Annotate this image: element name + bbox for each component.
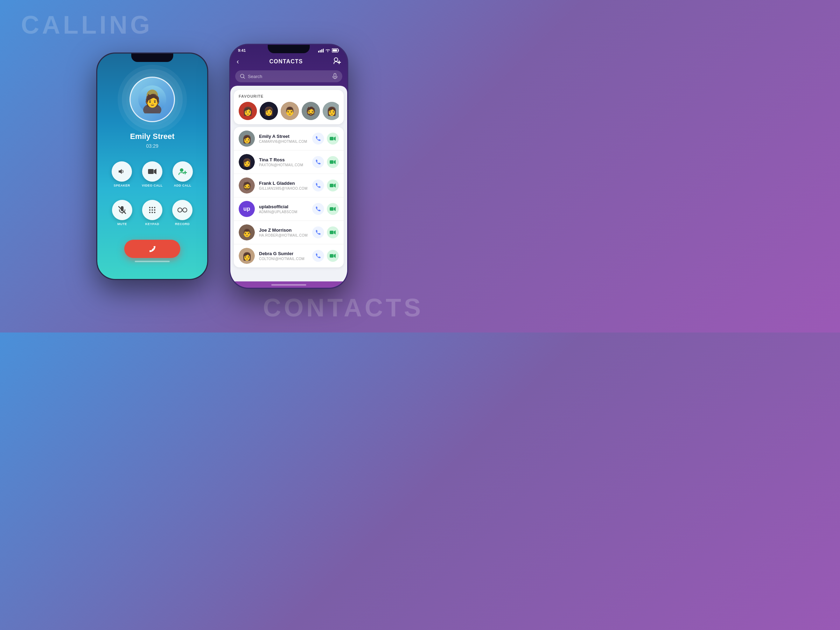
svg-point-21 [154, 207, 155, 208]
contact-avatar-joe: 👨 [239, 224, 255, 240]
svg-text:🧔: 🧔 [306, 106, 316, 116]
notch-contacts [268, 45, 310, 53]
contact-email-tina: PAXTON@HOTMAIL.COM [259, 163, 308, 167]
svg-point-23 [152, 209, 153, 211]
home-bar-contacts [271, 284, 306, 286]
favourite-label: FAVOURITE [239, 94, 339, 98]
svg-text:👩: 👩 [242, 158, 252, 167]
contact-info-uplabs: uplabsofficial ADMIN@UPLABSCOM [259, 204, 308, 214]
contact-name-tina: Tina T Ross [259, 157, 308, 163]
video-call-btn-circle[interactable] [142, 161, 163, 182]
back-button[interactable]: ‹ [237, 57, 239, 65]
call-duration: 03:29 [146, 143, 158, 149]
svg-rect-35 [333, 49, 337, 51]
add-call-label: ADD CALL [174, 184, 191, 187]
contact-row-tina: 👩 Tina T Ross PAXTON@HOTMAIL.COM [234, 150, 344, 174]
phone-btn-frank[interactable] [312, 180, 324, 191]
keypad-btn-circle[interactable] [142, 200, 163, 220]
mute-btn[interactable]: MUTE [112, 200, 132, 226]
add-contact-button[interactable] [333, 57, 341, 66]
end-call-button[interactable] [124, 240, 180, 258]
contact-email-uplabs: ADMIN@UPLABSCOM [259, 210, 308, 214]
svg-rect-67 [330, 207, 333, 211]
record-btn-circle[interactable] [172, 200, 193, 220]
calling-screen: 9:41 [97, 54, 207, 279]
fav-avatar-2[interactable]: 👩 [260, 102, 278, 120]
svg-text:👩: 👩 [242, 134, 252, 144]
svg-marker-10 [118, 169, 122, 174]
contact-email-frank: GILLIAN1985@YAHOO.COM [259, 186, 308, 190]
caller-avatar: 🧑 [129, 77, 175, 122]
phone-btn-emily[interactable] [312, 133, 324, 145]
mute-label: MUTE [117, 222, 127, 226]
video-call-label: VIDEO CALL [142, 184, 163, 187]
battery-icon-contacts [332, 48, 339, 52]
svg-text:👩: 👩 [264, 106, 274, 116]
speaker-btn-circle[interactable] [112, 161, 132, 182]
keypad-label: KEYPAD [145, 222, 159, 226]
video-call-btn[interactable]: VIDEO CALL [142, 161, 163, 187]
speaker-btn[interactable]: SPEAKER [112, 161, 132, 187]
contact-name-debra: Debra G Sumler [259, 251, 308, 256]
bg-label-contacts: CONTACTS [263, 293, 423, 322]
contact-info-emily: Emily A Street CAMARVI6@HOTMAIL.COM [259, 134, 308, 144]
fav-avatar-1[interactable]: 👩 [239, 102, 257, 120]
svg-marker-68 [334, 207, 336, 211]
video-btn-joe[interactable] [327, 226, 339, 238]
svg-point-22 [149, 209, 150, 211]
contact-row-uplabs: up uplabsofficial ADMIN@UPLABSCOM [234, 197, 344, 221]
signal-icon-contacts [318, 49, 324, 52]
contact-name-joe: Joe Z Morrison [259, 227, 308, 233]
call-buttons-row1: SPEAKER VIDEO CALL [112, 161, 193, 187]
contact-actions-debra [312, 250, 339, 262]
svg-marker-76 [334, 254, 336, 258]
svg-point-27 [154, 212, 155, 213]
svg-point-28 [178, 208, 182, 212]
phone-btn-joe[interactable] [312, 226, 324, 238]
svg-line-40 [243, 77, 245, 78]
svg-rect-65 [330, 184, 333, 187]
search-icon [240, 74, 245, 79]
add-call-btn-circle[interactable] [172, 161, 193, 182]
contact-row-joe: 👨 Joe Z Morrison HA.ROBER@HOTMAIL.COM [234, 221, 344, 244]
fav-avatar-4[interactable]: 🧔 [302, 102, 320, 120]
svg-rect-30 [318, 51, 319, 52]
contact-name-uplabs: uplabsofficial [259, 204, 308, 209]
phone-btn-uplabs[interactable] [312, 203, 324, 215]
phones-container: 9:41 [96, 44, 348, 289]
keypad-btn[interactable]: KEYPAD [142, 200, 163, 226]
caller-name: Emily Street [130, 132, 174, 141]
contact-avatar-uplabs: up [239, 201, 255, 217]
contact-actions-emily [312, 133, 339, 145]
search-placeholder: Search [248, 74, 330, 79]
notch-calling [131, 54, 173, 62]
svg-point-25 [149, 212, 150, 213]
add-call-btn[interactable]: ADD CALL [172, 161, 193, 187]
video-icon [148, 168, 157, 175]
phone-btn-debra[interactable] [312, 250, 324, 262]
video-btn-emily[interactable] [327, 133, 339, 145]
contacts-header: ‹ CONTACTS [230, 54, 347, 69]
contact-info-joe: Joe Z Morrison HA.ROBER@HOTMAIL.COM [259, 227, 308, 237]
contact-actions-tina [312, 156, 339, 168]
fav-avatar-3[interactable]: 👨 [281, 102, 299, 120]
contact-row-frank: 🧔 Frank L Gladden GILLIAN1985@YAHOO.COM [234, 174, 344, 197]
svg-text:👨: 👨 [284, 106, 295, 116]
record-btn[interactable]: RECORD [172, 200, 193, 226]
contact-email-emily: CAMARVI6@HOTMAIL.COM [259, 140, 308, 144]
contact-avatar-debra: 👩 [239, 248, 255, 264]
video-btn-frank[interactable] [327, 180, 339, 191]
video-btn-debra[interactable] [327, 250, 339, 262]
svg-rect-33 [323, 49, 324, 52]
caller-avatar-image: 🧑 [138, 85, 166, 114]
mute-btn-circle[interactable] [112, 200, 132, 220]
svg-text:👩: 👩 [242, 252, 252, 261]
svg-rect-57 [330, 137, 333, 141]
video-btn-uplabs[interactable] [327, 203, 339, 215]
search-bar[interactable]: Search [235, 70, 342, 82]
contact-name-frank: Frank L Gladden [259, 181, 308, 186]
contacts-screen: 9:41 [230, 45, 347, 288]
phone-btn-tina[interactable] [312, 156, 324, 168]
fav-avatar-5[interactable]: 👩 [323, 102, 339, 120]
video-btn-tina[interactable] [327, 156, 339, 168]
